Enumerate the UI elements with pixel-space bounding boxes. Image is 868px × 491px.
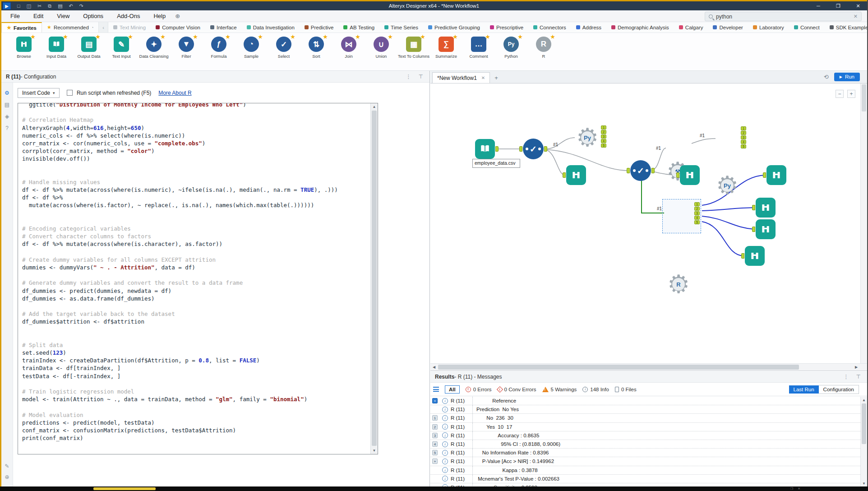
input-anchor[interactable] bbox=[752, 227, 755, 232]
ribbon-tab-favorites[interactable]: ★Favorites bbox=[1, 22, 42, 32]
ribbon-tab-recommended[interactable]: ★Recommended◔ bbox=[42, 22, 98, 32]
result-row[interactable]: iR (11) Sensitivity : 0.9593 bbox=[430, 483, 860, 486]
browse-tool-1[interactable] bbox=[566, 165, 586, 185]
run-workflow-button[interactable]: ▶ Run bbox=[834, 73, 860, 81]
tab-scroll-left-icon[interactable]: ‹ bbox=[98, 22, 108, 32]
ribbon-tab-interface[interactable]: Interface bbox=[205, 22, 242, 32]
numbered-output-anchor[interactable]: 2 bbox=[601, 130, 606, 134]
result-row[interactable]: 4iR (11) 95% CI : (0.8188, 0.9006) bbox=[430, 440, 860, 449]
filter-errors-button[interactable]: !0 Errors bbox=[466, 387, 492, 392]
ribbon-tab-connectors[interactable]: Connectors bbox=[528, 22, 571, 32]
numbered-output-anchor[interactable]: 1 bbox=[694, 202, 700, 206]
scroll-up-icon[interactable]: ▲ bbox=[371, 103, 378, 110]
minimize-button[interactable]: ─ bbox=[808, 3, 828, 9]
ribbon-tab-demographic-analysis[interactable]: Demographic Analysis bbox=[606, 22, 674, 32]
workflow-tab[interactable]: *New Workflow1 ✕ bbox=[432, 72, 490, 83]
palette-tool-text-input[interactable]: ✎★Text Input bbox=[105, 37, 138, 70]
ribbon-tab-developer[interactable]: Developer bbox=[708, 22, 748, 32]
ribbon-tab-ab-testing[interactable]: AB Testing bbox=[338, 22, 379, 32]
workflow-canvas[interactable]: employee_data.csv ✓ #1 ⚙ Py 12345 ✓ ⚙ ⚒ bbox=[430, 83, 867, 363]
input-data-tool[interactable] bbox=[475, 139, 495, 159]
configuration-button[interactable]: Configuration bbox=[819, 385, 859, 394]
palette-tool-join[interactable]: ⋈★Join bbox=[332, 37, 365, 70]
panel-pin-icon[interactable]: ⊤ bbox=[419, 74, 423, 80]
input-anchor[interactable] bbox=[563, 172, 566, 178]
target-icon[interactable]: ⊕ bbox=[5, 474, 9, 480]
ribbon-tab-connect[interactable]: Connect bbox=[789, 22, 825, 32]
palette-tool-python[interactable]: Py★Python bbox=[495, 37, 527, 70]
input-anchor[interactable] bbox=[627, 168, 630, 173]
menu-file[interactable]: File bbox=[1, 13, 27, 19]
group-badge[interactable]: » bbox=[432, 398, 438, 403]
redo-icon[interactable]: ↷ bbox=[79, 3, 83, 9]
search-clear-icon[interactable]: ✕ bbox=[854, 14, 858, 19]
filter-all-button[interactable]: All bbox=[445, 385, 460, 394]
python-tool-1[interactable]: ⚙ Py bbox=[576, 126, 599, 149]
zoom-out-button[interactable]: − bbox=[836, 90, 844, 98]
filter-warnings-button[interactable]: 5 Warnings bbox=[542, 387, 577, 392]
group-badge[interactable]: 2 bbox=[432, 424, 438, 430]
ribbon-tab-data-investigation[interactable]: Data Investigation bbox=[242, 22, 300, 32]
scroll-down-icon[interactable]: ▼ bbox=[861, 480, 867, 486]
palette-tool-data-cleansing[interactable]: ✦★Data Cleansing bbox=[138, 37, 170, 70]
tool-annotation[interactable]: employee_data.csv bbox=[472, 159, 520, 168]
palette-tool-sort[interactable]: ⇅★Sort bbox=[300, 37, 332, 70]
browse-tool-3[interactable] bbox=[766, 165, 786, 185]
config-help-icon[interactable]: ? bbox=[5, 125, 9, 131]
numbered-output-anchor[interactable]: 4 bbox=[601, 139, 606, 143]
panel-menu-icon[interactable]: ⋮ bbox=[406, 74, 411, 80]
input-anchor[interactable] bbox=[676, 172, 679, 178]
annotation-pencil-icon[interactable]: ✎ bbox=[5, 463, 9, 469]
scroll-down-icon[interactable]: ▼ bbox=[371, 447, 378, 454]
run-script-checkbox[interactable] bbox=[67, 90, 73, 96]
canvas-vertical-scrollbar[interactable] bbox=[860, 83, 867, 363]
ribbon-tab-computer-vision[interactable]: Computer Vision bbox=[151, 22, 205, 32]
result-row[interactable]: iR (11)Prediction No Yes bbox=[430, 405, 860, 414]
result-row[interactable]: »iR (11) P-Value [Acc > NIR] : 0.149962 bbox=[430, 457, 860, 466]
python1-output-anchors[interactable]: 12345 bbox=[601, 125, 606, 148]
run-script-checkbox-row[interactable]: Run script when refreshed (F5) bbox=[67, 90, 152, 96]
group-badge[interactable]: » bbox=[432, 459, 438, 464]
panel-pin-icon[interactable]: ⊤ bbox=[856, 374, 861, 380]
numbered-output-anchor[interactable]: 4 bbox=[741, 140, 746, 144]
numbered-output-anchor[interactable]: 2 bbox=[741, 131, 746, 135]
insert-code-button[interactable]: Insert Code ▾ bbox=[18, 88, 60, 98]
input-anchor[interactable] bbox=[519, 146, 522, 152]
output-anchor[interactable] bbox=[544, 146, 547, 152]
config-gear-icon[interactable]: ⚙ bbox=[5, 90, 9, 96]
output-anchor[interactable] bbox=[495, 146, 499, 152]
numbered-output-anchor[interactable]: 3 bbox=[694, 211, 700, 215]
palette-tool-summarize[interactable]: ∑★Summarize bbox=[430, 37, 462, 70]
zoom-in-button[interactable]: + bbox=[847, 90, 855, 98]
ribbon-tab-prescriptive[interactable]: Prescriptive bbox=[485, 22, 528, 32]
history-icon[interactable]: ⟲ bbox=[824, 74, 829, 80]
palette-tool-text-to-columns[interactable]: ▦★Text To Columns bbox=[397, 37, 430, 70]
scrollbar-thumb[interactable] bbox=[438, 365, 799, 370]
scroll-right-icon[interactable]: ▶ bbox=[853, 364, 860, 371]
result-row[interactable]: »iR (11) Reference bbox=[430, 397, 860, 405]
paste-icon[interactable]: ▤ bbox=[58, 3, 62, 9]
scrollbar-thumb[interactable] bbox=[862, 403, 866, 444]
message-list-icon[interactable] bbox=[433, 387, 439, 392]
ribbon-tab-laboratory[interactable]: Laboratory bbox=[748, 22, 789, 32]
menu-options[interactable]: Options bbox=[76, 13, 110, 19]
numbered-output-anchor[interactable]: 2 bbox=[694, 207, 700, 211]
palette-tool-output-data[interactable]: ▤★Output Data bbox=[73, 37, 105, 70]
new-file-icon[interactable]: □ bbox=[17, 3, 20, 9]
scroll-up-icon[interactable]: ▲ bbox=[861, 397, 867, 403]
undo-icon[interactable]: ↶ bbox=[69, 3, 73, 9]
r-code-editor[interactable]: ggtitle("Distribution of Monthly Income … bbox=[18, 103, 378, 454]
ribbon-tab-predictive-grouping[interactable]: Predictive Grouping bbox=[423, 22, 485, 32]
scroll-left-icon[interactable]: ◀ bbox=[430, 364, 438, 371]
scrollbar-thumb[interactable] bbox=[862, 84, 866, 111]
result-row[interactable]: 5iR (11) No Information Rate : 0.8396 bbox=[430, 449, 860, 457]
new-workflow-tab-button[interactable]: + bbox=[490, 74, 503, 83]
numbered-output-anchor[interactable]: 5 bbox=[694, 220, 700, 224]
numbered-output-anchor[interactable]: 3 bbox=[741, 135, 746, 139]
palette-tool-input-data[interactable]: ★Input Data bbox=[40, 37, 73, 70]
filter-conv-errors-button[interactable]: !0 Conv Errors bbox=[498, 387, 536, 392]
maximize-button[interactable]: ❐ bbox=[828, 3, 848, 9]
palette-tool-sample[interactable]: ◔★Sample bbox=[235, 37, 268, 70]
panel-menu-icon[interactable]: ⋮ bbox=[844, 374, 849, 380]
ribbon-tab-sdk-examples[interactable]: SDK Examples bbox=[825, 22, 867, 32]
